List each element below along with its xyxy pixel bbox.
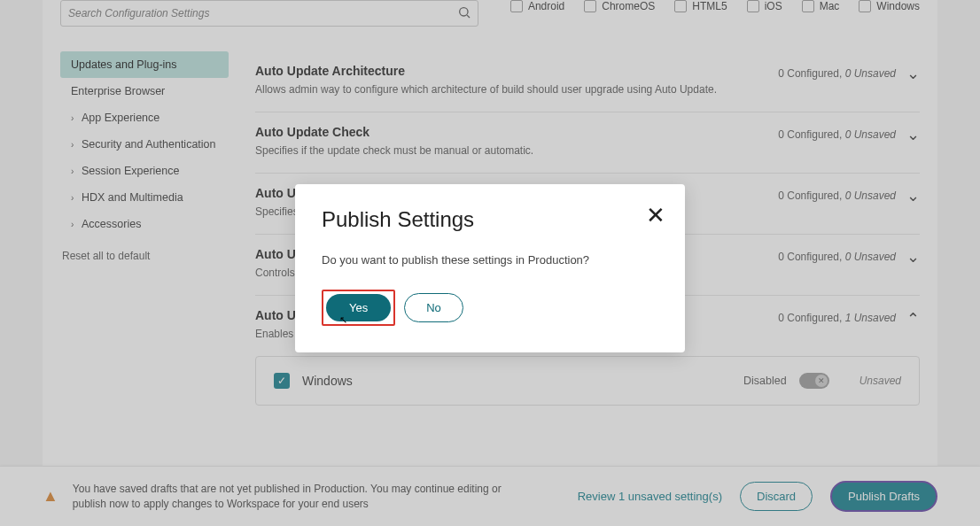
modal-actions: Yes ↖ No: [322, 290, 658, 326]
no-button[interactable]: No: [404, 293, 463, 322]
close-icon[interactable]: ✕: [646, 202, 665, 229]
publish-modal: ✕ Publish Settings Do you want to publis…: [295, 184, 685, 352]
modal-body: Do you want to publish these settings in…: [322, 253, 658, 267]
modal-overlay: ✕ Publish Settings Do you want to publis…: [0, 0, 980, 526]
yes-button[interactable]: Yes: [326, 294, 391, 321]
modal-title: Publish Settings: [322, 207, 658, 232]
yes-highlight-box: Yes ↖: [322, 290, 395, 326]
